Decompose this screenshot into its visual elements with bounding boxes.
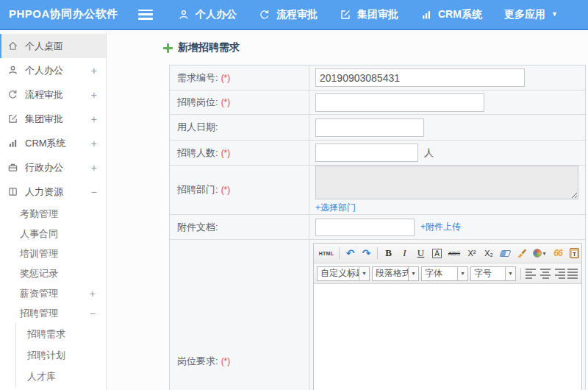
edit-square-icon	[7, 113, 18, 124]
sidebar-item-crm-system[interactable]: CRM系统 +	[0, 131, 106, 155]
form-row-position: 招聘岗位: (*)	[170, 91, 585, 115]
sidebar-subitem-talent-pool[interactable]: 人才库	[16, 366, 106, 387]
paragraph-format-select[interactable]: 段落格式 ▾	[372, 266, 419, 281]
superscript-button[interactable]: X²	[464, 246, 480, 260]
attachment-upload-link[interactable]: +附件上传	[420, 221, 461, 233]
boxed-a-label: A	[432, 249, 442, 258]
sidebar-subitem-training[interactable]: 培训管理	[0, 244, 106, 263]
nav-more-apps[interactable]: 更多应用 ▼	[504, 8, 558, 21]
align-left-icon[interactable]	[526, 268, 537, 279]
user-icon	[7, 65, 18, 76]
eraser-icon	[500, 250, 512, 257]
format-painter-button[interactable]	[514, 246, 529, 260]
align-right-icon[interactable]	[553, 268, 565, 279]
form-row-demand-number: 需求编号: (*)	[170, 65, 585, 91]
sidebar-subitem-label: 培训管理	[20, 247, 96, 260]
demand-number-input[interactable]	[315, 68, 525, 87]
expand-toggle[interactable]: +	[90, 288, 96, 299]
position-input[interactable]	[315, 93, 484, 112]
sidebar-item-label: CRM系统	[25, 137, 91, 150]
sidebar-subitem-salary[interactable]: 薪资管理 +	[0, 283, 106, 303]
select-value: 字体	[422, 267, 457, 280]
sidebar-subitem-recruitment[interactable]: 招聘管理 −	[0, 303, 106, 323]
caret-down-icon: ▾	[505, 267, 515, 280]
required-mark: (*)	[221, 148, 231, 158]
font-size-select[interactable]: 字号 ▾	[470, 266, 516, 281]
highlight-color-button[interactable]: ▾	[530, 246, 549, 260]
add-plus-icon	[163, 43, 173, 53]
undo-icon[interactable]: ↶	[343, 246, 358, 260]
sidebar-item-admin-office[interactable]: 行政办公 +	[0, 155, 106, 180]
sidebar-item-group-approval[interactable]: 集团审批 +	[0, 107, 106, 131]
editor-toolbar-row1: HTML ↶ ↷ B I U A ABC X² X₂	[314, 244, 581, 263]
blockquote-button[interactable]: 66	[550, 246, 566, 260]
toolbar-separator	[377, 247, 378, 259]
paste-text-button[interactable]: T	[567, 246, 581, 260]
nav-personal-office[interactable]: 个人办公	[178, 8, 237, 21]
expand-toggle[interactable]: +	[91, 65, 97, 77]
align-center-icon[interactable]	[539, 268, 551, 279]
expand-toggle[interactable]: +	[91, 138, 97, 149]
char-border-button[interactable]: A	[429, 246, 445, 260]
expand-toggle[interactable]: +	[91, 113, 97, 125]
sidebar-subitem-hr-contract[interactable]: 人事合同	[0, 224, 106, 244]
home-icon	[7, 40, 18, 52]
main-content: 新增招聘需求 需求编号: (*) 招聘岗位: (*) 用人日期:	[107, 32, 588, 390]
collapse-toggle[interactable]: −	[90, 308, 96, 319]
form-row-headcount: 招聘人数: (*) 人	[170, 141, 585, 166]
field-label: 招聘部门: (*)	[170, 166, 309, 214]
sidebar-item-process-approval[interactable]: 流程审批 +	[0, 82, 106, 107]
headcount-input[interactable]	[315, 143, 418, 162]
nav-process-approval[interactable]: 流程审批	[259, 8, 318, 21]
sidebar-item-label: 行政办公	[25, 161, 91, 174]
align-justify-icon[interactable]	[567, 268, 579, 279]
sidebar-subitem-recruit-plan[interactable]: 招聘计划	[16, 344, 106, 366]
page-title-text: 新增招聘需求	[178, 41, 240, 54]
hamburger-menu-icon[interactable]	[138, 10, 153, 20]
edit-square-icon	[340, 9, 351, 21]
sidebar-subitem-attendance[interactable]: 考勤管理	[0, 204, 106, 224]
top-bar: PHPOA协同办公软件 个人办公 流程审批 集团审批 CRM系统 更多应用 ▼	[0, 0, 588, 30]
label-text: 招聘部门:	[177, 183, 218, 196]
expand-toggle[interactable]: +	[91, 162, 97, 174]
attachment-input[interactable]	[315, 219, 415, 236]
sidebar-subitem-label: 奖惩记录	[20, 267, 96, 280]
label-text: 用人日期:	[177, 121, 218, 134]
nav-group-approval[interactable]: 集团审批	[340, 8, 398, 21]
sidebar-item-human-resources[interactable]: 人力资源 −	[0, 180, 106, 204]
underline-button[interactable]: U	[413, 246, 429, 260]
sidebar: 个人桌面 个人办公 + 流程审批 + 集团审批 + CRM系统 + 行政办公 +…	[0, 32, 107, 390]
sidebar-subitem-rewards[interactable]: 奖惩记录	[0, 263, 106, 283]
label-text: 附件文档:	[177, 221, 218, 234]
required-mark: (*)	[221, 97, 231, 107]
subscript-button[interactable]: X₂	[481, 246, 497, 260]
department-textarea[interactable]	[315, 166, 578, 199]
font-family-select[interactable]: 字体 ▾	[421, 266, 468, 281]
select-value: 自定义标题	[318, 267, 359, 280]
select-department-link[interactable]: +选择部门	[315, 202, 356, 214]
recruitment-children: 招聘需求 招聘计划 人才库	[15, 323, 106, 387]
italic-button[interactable]: I	[397, 246, 412, 260]
nav-label: 流程审批	[276, 8, 318, 21]
custom-heading-select[interactable]: 自定义标题 ▾	[317, 266, 370, 281]
field-label: 需求编号: (*)	[170, 65, 309, 90]
nav-label: CRM系统	[438, 8, 482, 21]
collapse-toggle[interactable]: −	[91, 186, 97, 198]
editor-content-area[interactable]	[314, 284, 581, 390]
sidebar-subitem-label: 人才库	[27, 370, 56, 383]
sidebar-item-personal-desktop[interactable]: 个人桌面	[0, 34, 106, 58]
remove-format-button[interactable]	[498, 246, 513, 260]
sidebar-subitem-recruit-demand[interactable]: 招聘需求	[16, 323, 106, 344]
html-source-button[interactable]: HTML	[317, 246, 336, 260]
expand-toggle[interactable]: +	[91, 89, 97, 101]
bar-chart-icon	[420, 9, 432, 21]
bold-button[interactable]: B	[381, 246, 396, 260]
nav-crm-system[interactable]: CRM系统	[420, 8, 482, 21]
redo-icon[interactable]: ↷	[359, 246, 374, 260]
hire-date-input[interactable]	[315, 118, 424, 137]
strikethrough-button[interactable]: ABC	[445, 246, 463, 260]
required-mark: (*)	[221, 73, 231, 83]
caret-down-icon: ▾	[408, 267, 418, 280]
sidebar-item-personal-office[interactable]: 个人办公 +	[0, 58, 106, 82]
unit-suffix: 人	[424, 146, 434, 160]
